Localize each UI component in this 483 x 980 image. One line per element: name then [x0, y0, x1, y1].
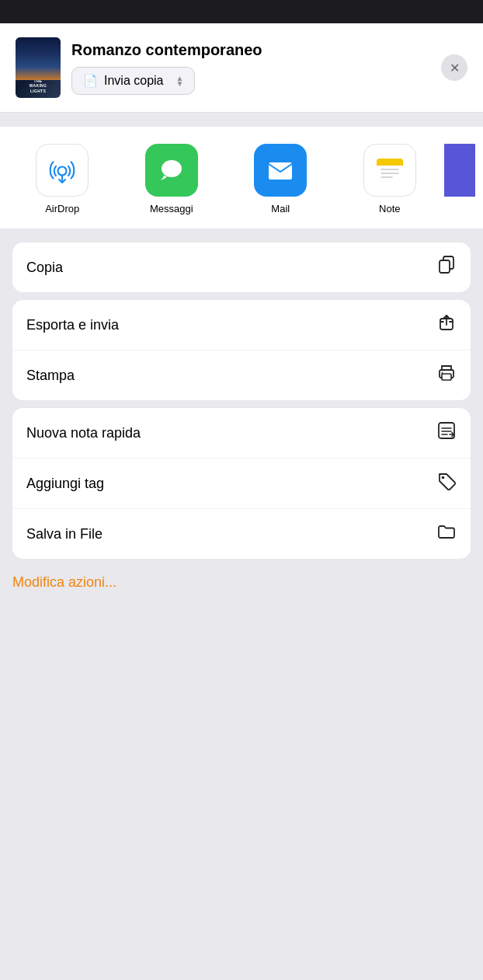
send-copy-label: Invia copia — [104, 74, 164, 88]
messaggi-label: Messaggi — [150, 203, 193, 214]
tag-icon — [436, 471, 457, 496]
section-gap-2 — [0, 228, 483, 242]
svg-point-18 — [442, 372, 443, 374]
svg-rect-17 — [442, 374, 451, 380]
share-sheet: THEWAKINGLIGHTS Romanzo contemporaneo 📄 … — [0, 0, 483, 980]
header-title: Romanzo contemporaneo — [71, 40, 430, 59]
svg-rect-6 — [377, 162, 403, 166]
copy-icon — [436, 255, 457, 280]
action-item-copia[interactable]: Copia — [12, 242, 471, 292]
modify-actions-button[interactable]: Modifica azioni... — [12, 574, 116, 590]
app-item-mail[interactable]: Mail — [226, 144, 335, 214]
app-item-messaggi[interactable]: Messaggi — [117, 144, 227, 214]
close-icon: ✕ — [450, 61, 460, 75]
aggiungi-tag-label: Aggiungi tag — [26, 476, 104, 492]
close-button[interactable]: ✕ — [441, 54, 467, 81]
modify-actions-section: Modifica azioni... — [0, 567, 483, 606]
app-item-airdrop[interactable]: AirDrop — [8, 144, 117, 214]
mail-label: Mail — [271, 203, 290, 214]
action-item-salva-file[interactable]: Salva in File — [12, 509, 471, 559]
svg-point-0 — [58, 167, 67, 176]
action-item-stampa[interactable]: Stampa — [12, 350, 471, 400]
app-item-note[interactable]: Note — [335, 144, 445, 214]
header-info: Romanzo contemporaneo 📄 Invia copia ▲▼ — [71, 40, 430, 95]
apps-section: AirDrop Messaggi — [0, 127, 483, 228]
export-icon — [436, 312, 457, 337]
stampa-label: Stampa — [26, 368, 75, 384]
apps-row: AirDrop Messaggi — [8, 144, 475, 214]
action-group-2: Esporta e invia Stampa — [12, 300, 471, 400]
svg-point-23 — [442, 476, 445, 480]
chevron-updown-icon: ▲▼ — [176, 75, 184, 86]
quicknote-icon — [436, 420, 457, 445]
doc-icon: 📄 — [83, 74, 98, 88]
folder-icon — [436, 521, 457, 546]
copia-label: Copia — [26, 260, 63, 276]
header: THEWAKINGLIGHTS Romanzo contemporaneo 📄 … — [0, 23, 483, 113]
action-item-aggiungi-tag[interactable]: Aggiungi tag — [12, 459, 471, 509]
airdrop-app-icon — [36, 144, 89, 197]
svg-rect-11 — [440, 260, 450, 273]
top-bar — [0, 0, 483, 23]
mail-app-icon — [254, 144, 307, 197]
nuova-nota-label: Nuova nota rapida — [26, 425, 141, 441]
action-item-esporta[interactable]: Esporta e invia — [12, 300, 471, 350]
actions-section: Copia Esporta e invia — [0, 242, 483, 567]
book-cover: THEWAKINGLIGHTS — [16, 37, 61, 98]
svg-point-2 — [162, 160, 182, 177]
action-group-3: Nuova nota rapida Aggiungi tag — [12, 408, 471, 559]
section-gap-1 — [0, 113, 483, 127]
print-icon — [436, 363, 457, 388]
bottom-fill — [0, 606, 483, 980]
book-cover-text: THEWAKINGLIGHTS — [30, 78, 47, 94]
messages-app-icon — [145, 144, 198, 197]
note-label: Note — [379, 203, 400, 214]
send-copy-button[interactable]: 📄 Invia copia ▲▼ — [71, 67, 195, 95]
esporta-label: Esporta e invia — [26, 317, 119, 333]
notes-app-icon — [363, 144, 416, 197]
action-group-1: Copia — [12, 242, 471, 292]
partial-app-icon — [444, 144, 475, 197]
action-item-nuova-nota[interactable]: Nuova nota rapida — [12, 408, 471, 459]
airdrop-label: AirDrop — [45, 203, 79, 214]
app-item-partial[interactable] — [444, 144, 475, 197]
salva-file-label: Salva in File — [26, 526, 103, 542]
